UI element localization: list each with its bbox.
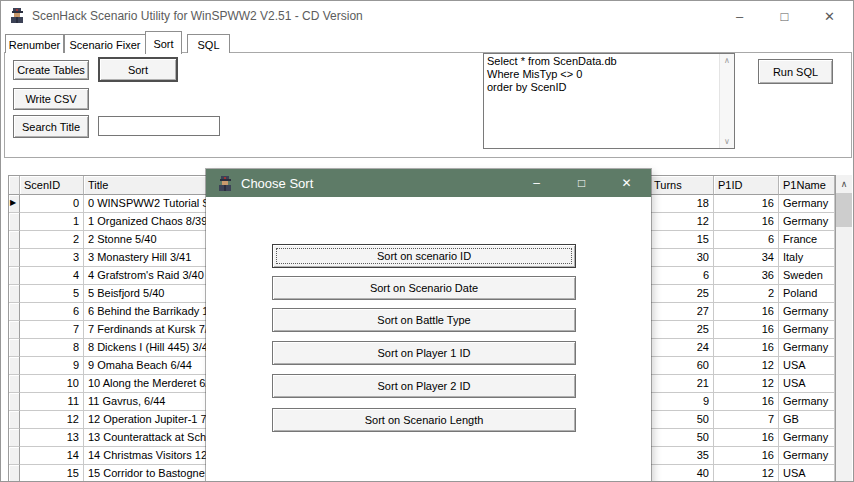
cell-p1name[interactable]: France <box>779 231 835 249</box>
cell-p1id[interactable]: 12 <box>714 465 779 482</box>
cell-turns[interactable]: 15 <box>650 231 714 249</box>
row-selector[interactable] <box>9 375 20 393</box>
row-selector[interactable] <box>9 303 20 321</box>
sort-on-player-1-id-button[interactable]: Sort on Player 1 ID <box>272 341 576 365</box>
cell-scenid[interactable]: 2 <box>20 231 84 249</box>
cell-p1name[interactable]: Germany <box>779 321 835 339</box>
row-selector[interactable] <box>9 465 20 482</box>
sort-on-scenario-length-button[interactable]: Sort on Scenario Length <box>272 408 576 432</box>
sql-query-input[interactable]: Select * from ScenData.db Where MisTyp <… <box>483 53 735 149</box>
cell-p1id[interactable]: 36 <box>714 267 779 285</box>
cell-p1id[interactable]: 16 <box>714 303 779 321</box>
cell-scenid[interactable]: 9 <box>20 357 84 375</box>
row-selector[interactable] <box>9 339 20 357</box>
cell-scenid[interactable]: 14 <box>20 447 84 465</box>
cell-p1id[interactable]: 16 <box>714 321 779 339</box>
cell-scenid[interactable]: 0 <box>20 195 84 213</box>
cell-scenid[interactable]: 15 <box>20 465 84 482</box>
cell-p1name[interactable]: GB <box>779 411 835 429</box>
cell-p1name[interactable]: Germany <box>779 213 835 231</box>
dialog-maximize-button[interactable]: □ <box>559 169 604 197</box>
cell-turns[interactable]: 27 <box>650 303 714 321</box>
cell-p1id[interactable]: 12 <box>714 357 779 375</box>
cell-scenid[interactable]: 6 <box>20 303 84 321</box>
header-p1id[interactable]: P1ID <box>714 176 779 195</box>
cell-scenid[interactable]: 3 <box>20 249 84 267</box>
cell-p1id[interactable]: 16 <box>714 213 779 231</box>
cell-p1id[interactable]: 12 <box>714 375 779 393</box>
cell-scenid[interactable]: 4 <box>20 267 84 285</box>
cell-p1id[interactable]: 16 <box>714 447 779 465</box>
cell-p1name[interactable]: Germany <box>779 429 835 447</box>
scroll-up-icon[interactable]: ∧ <box>836 175 852 192</box>
cell-turns[interactable]: 60 <box>650 357 714 375</box>
cell-turns[interactable]: 50 <box>650 411 714 429</box>
maximize-button[interactable]: □ <box>762 1 807 31</box>
cell-turns[interactable]: 6 <box>650 267 714 285</box>
dialog-close-button[interactable]: ✕ <box>604 169 649 197</box>
cell-turns[interactable]: 18 <box>650 195 714 213</box>
dialog-minimize-button[interactable]: – <box>514 169 559 197</box>
row-selector[interactable] <box>9 231 20 249</box>
row-selector[interactable] <box>9 249 20 267</box>
cell-p1name[interactable]: Italy <box>779 249 835 267</box>
row-selector[interactable] <box>9 411 20 429</box>
cell-p1name[interactable]: Germany <box>779 447 835 465</box>
header-scenid[interactable]: ScenID <box>20 176 84 195</box>
cell-scenid[interactable]: 11 <box>20 393 84 411</box>
tab-sort[interactable]: Sort <box>145 31 182 54</box>
scroll-up-icon[interactable]: ∧ <box>724 56 730 65</box>
tab-scenario-fixer[interactable]: Scenario Fixer <box>64 34 146 53</box>
cell-p1name[interactable]: Germany <box>779 393 835 411</box>
cell-p1id[interactable]: 16 <box>714 429 779 447</box>
sort-on-scenario-date-button[interactable]: Sort on Scenario Date <box>272 276 576 300</box>
cell-p1id[interactable]: 7 <box>714 411 779 429</box>
row-selector[interactable] <box>9 213 20 231</box>
grid-vertical-scrollbar[interactable]: ∧ <box>836 175 852 482</box>
search-title-button[interactable]: Search Title <box>13 115 89 138</box>
cell-scenid[interactable]: 7 <box>20 321 84 339</box>
sql-scrollbar[interactable]: ∧ ∨ <box>719 54 734 148</box>
cell-turns[interactable]: 35 <box>650 447 714 465</box>
header-turns[interactable]: Turns <box>650 176 714 195</box>
row-selector[interactable] <box>9 267 20 285</box>
cell-p1name[interactable]: Germany <box>779 339 835 357</box>
cell-scenid[interactable]: 5 <box>20 285 84 303</box>
create-tables-button[interactable]: Create Tables <box>13 60 89 80</box>
scroll-down-icon[interactable]: ∨ <box>724 137 730 146</box>
cell-p1name[interactable]: Germany <box>779 303 835 321</box>
cell-turns[interactable]: 25 <box>650 321 714 339</box>
cell-turns[interactable]: 40 <box>650 465 714 482</box>
cell-scenid[interactable]: 13 <box>20 429 84 447</box>
sort-on-battle-type-button[interactable]: Sort on Battle Type <box>272 308 576 332</box>
close-button[interactable]: ✕ <box>807 1 852 31</box>
tab-renumber[interactable]: Renumber <box>5 34 64 53</box>
row-selector[interactable] <box>9 393 20 411</box>
cell-turns[interactable]: 24 <box>650 339 714 357</box>
write-csv-button[interactable]: Write CSV <box>13 88 89 110</box>
cell-turns[interactable]: 25 <box>650 285 714 303</box>
cell-turns[interactable]: 9 <box>650 393 714 411</box>
row-selector[interactable]: ▶ <box>9 195 20 213</box>
cell-p1name[interactable]: USA <box>779 375 835 393</box>
scrollbar-thumb[interactable] <box>836 193 852 227</box>
cell-p1name[interactable]: Poland <box>779 285 835 303</box>
minimize-button[interactable]: – <box>717 1 762 31</box>
sort-on-scenario-id-button[interactable]: Sort on scenario ID <box>272 244 576 268</box>
run-sql-button[interactable]: Run SQL <box>758 59 833 84</box>
cell-turns[interactable]: 12 <box>650 213 714 231</box>
row-selector[interactable] <box>9 357 20 375</box>
row-selector[interactable] <box>9 321 20 339</box>
search-title-input[interactable] <box>98 116 220 136</box>
cell-scenid[interactable]: 10 <box>20 375 84 393</box>
cell-p1id[interactable]: 16 <box>714 195 779 213</box>
cell-p1name[interactable]: Germany <box>779 195 835 213</box>
cell-scenid[interactable]: 12 <box>20 411 84 429</box>
row-selector[interactable] <box>9 285 20 303</box>
sort-button[interactable]: Sort <box>98 57 178 82</box>
cell-p1name[interactable]: USA <box>779 465 835 482</box>
row-selector[interactable] <box>9 447 20 465</box>
cell-turns[interactable]: 50 <box>650 429 714 447</box>
cell-p1id[interactable]: 2 <box>714 285 779 303</box>
cell-scenid[interactable]: 8 <box>20 339 84 357</box>
